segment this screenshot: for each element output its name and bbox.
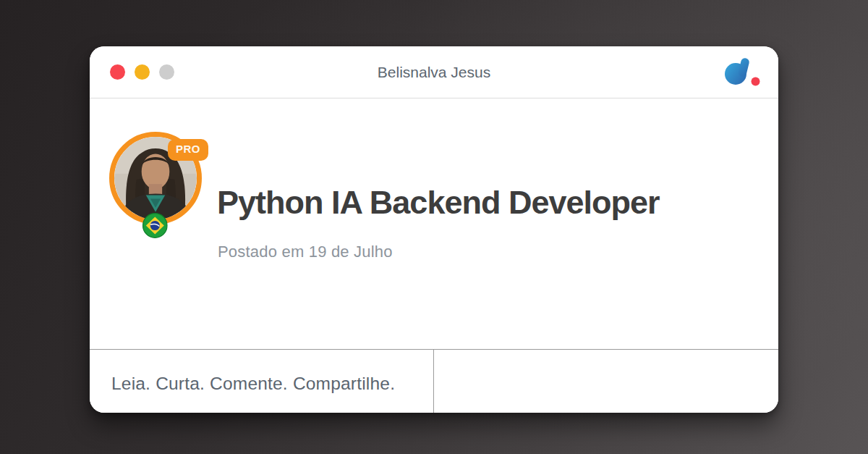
window-controls xyxy=(110,64,174,80)
minimize-button[interactable] xyxy=(135,64,150,80)
footer-cta-text: Leia. Curta. Comente. Compartilhe. xyxy=(111,374,395,394)
footer: Leia. Curta. Comente. Compartilhe. xyxy=(90,349,778,413)
window-title: Belisnalva Jesus xyxy=(378,64,490,81)
post-card: Belisnalva Jesus xyxy=(90,46,778,413)
post-content: PRO Python IA Backend Developer Postado … xyxy=(90,98,778,348)
post-date: Postado em 19 de Julho xyxy=(218,243,393,261)
post-title: Python IA Backend Developer xyxy=(217,184,660,222)
maximize-button[interactable] xyxy=(159,64,174,80)
brazil-flag-icon xyxy=(142,213,168,238)
footer-cta-cell: Leia. Curta. Comente. Compartilhe. xyxy=(90,350,434,413)
avatar: PRO xyxy=(109,132,202,224)
pro-badge: PRO xyxy=(170,141,206,159)
dio-logo-icon xyxy=(723,57,761,88)
close-button[interactable] xyxy=(110,64,125,80)
footer-empty-cell xyxy=(434,350,778,413)
window-titlebar: Belisnalva Jesus xyxy=(90,46,778,98)
